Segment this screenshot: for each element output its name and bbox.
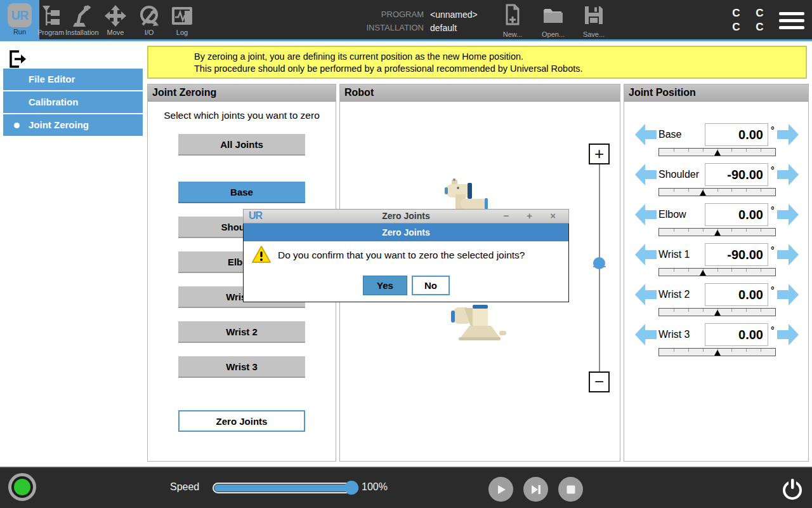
robot-status-light[interactable] — [8, 473, 36, 501]
joint-value-field[interactable]: -90.00 — [705, 243, 768, 266]
hamburger-menu-icon[interactable] — [779, 12, 804, 33]
joint-value-field[interactable]: 0.00 — [705, 283, 768, 306]
joint-position-slider[interactable] — [658, 148, 776, 156]
left-arrow-icon — [635, 163, 657, 186]
joint-position-slider[interactable] — [658, 268, 776, 276]
joint-name: Shoulder — [658, 163, 699, 186]
joint-button-wrist-2[interactable]: Wrist 2 — [178, 321, 305, 343]
power-button[interactable] — [781, 477, 804, 501]
play-button[interactable] — [488, 477, 513, 502]
right-arrow-icon — [777, 283, 799, 306]
joint-decrease-arrow[interactable] — [635, 163, 657, 186]
joint-row-base: Base0.00° — [624, 123, 809, 161]
joint-decrease-arrow[interactable] — [635, 243, 657, 266]
joint-decrease-arrow[interactable] — [635, 323, 657, 346]
zoom-out-button[interactable]: − — [589, 371, 610, 392]
joint-increase-arrow[interactable] — [777, 243, 799, 266]
tab-installation[interactable]: Installation — [65, 0, 98, 39]
tab-program[interactable]: Program — [34, 0, 67, 39]
warning-icon — [251, 245, 272, 264]
joint-name: Wrist 2 — [658, 283, 690, 306]
no-button[interactable]: No — [412, 276, 450, 295]
right-arrow-icon — [777, 163, 799, 186]
open-button[interactable]: Open... — [533, 4, 573, 38]
degree-symbol: ° — [771, 165, 775, 175]
joint-decrease-arrow[interactable] — [635, 203, 657, 226]
joint-value-field[interactable]: -90.00 — [705, 163, 768, 186]
joint-increase-arrow[interactable] — [777, 283, 799, 306]
zoom-slider-handle[interactable] — [593, 257, 605, 269]
joint-zeroing-panel-title: Joint Zeroing — [148, 84, 336, 102]
sidebar-item-file-editor[interactable]: File Editor — [3, 69, 143, 90]
tab-move[interactable]: Move — [99, 0, 132, 39]
joint-button-wrist-3[interactable]: Wrist 3 — [178, 356, 305, 378]
speed-slider[interactable] — [213, 483, 358, 493]
joint-position-marker — [714, 310, 721, 316]
joint-position-slider[interactable] — [658, 348, 776, 356]
exit-icon[interactable] — [8, 50, 27, 69]
joint-decrease-arrow[interactable] — [635, 123, 657, 146]
zoom-in-button[interactable]: + — [589, 144, 610, 164]
program-icon — [40, 4, 62, 28]
joint-row-elbow: Elbow0.00° — [624, 203, 809, 241]
banner-line-2: This procedure should only be performed … — [194, 63, 806, 75]
joint-row-wrist-3: Wrist 30.00° — [624, 323, 809, 361]
bottom-bar: Speed 100% — [0, 467, 812, 508]
save-button[interactable]: Save... — [573, 4, 614, 38]
joint-button-base[interactable]: Base — [178, 182, 305, 203]
sidebar-item-joint-zeroing[interactable]: Joint Zeroing — [3, 114, 143, 136]
joint-position-slider[interactable] — [658, 188, 776, 196]
move-icon — [104, 4, 127, 28]
joint-increase-arrow[interactable] — [777, 123, 799, 146]
new-button[interactable]: New... — [492, 4, 533, 38]
tab-io[interactable]: I/O — [133, 0, 166, 39]
joint-increase-arrow[interactable] — [777, 163, 799, 186]
joint-row-shoulder: Shoulder-90.00° — [624, 163, 809, 201]
joint-position-marker — [700, 190, 706, 196]
degree-symbol: ° — [771, 245, 775, 255]
left-sidebar: File Editor Calibration Joint Zeroing — [0, 43, 143, 467]
ur-logo-icon: UR — [8, 3, 32, 27]
degree-symbol: ° — [771, 205, 775, 215]
new-file-icon — [503, 4, 522, 27]
joint-value-field[interactable]: 0.00 — [705, 123, 768, 146]
left-arrow-icon — [635, 323, 657, 346]
left-arrow-icon — [635, 123, 657, 146]
joint-position-marker — [714, 150, 721, 156]
program-label: PROGRAM — [330, 10, 424, 19]
io-icon — [138, 4, 160, 28]
joint-decrease-arrow[interactable] — [635, 283, 657, 306]
log-icon — [171, 4, 193, 28]
joint-name: Base — [658, 123, 681, 146]
dialog-title-bar[interactable]: UR Zero Joints − + × — [243, 209, 569, 224]
tab-log[interactable]: Log — [166, 0, 199, 39]
joint-value-field[interactable]: 0.00 — [705, 323, 768, 346]
joint-position-slider[interactable] — [658, 228, 776, 236]
left-arrow-icon — [635, 283, 657, 306]
play-icon — [495, 484, 507, 495]
joint-increase-arrow[interactable] — [777, 323, 799, 346]
yes-button[interactable]: Yes — [363, 276, 407, 295]
tab-installation-label: Installation — [65, 29, 98, 36]
joint-position-panel: Joint Position Base0.00° Shoulder-90.00°… — [624, 84, 809, 462]
left-arrow-icon — [635, 203, 657, 226]
joint-zeroing-instruction: Select which joints you want to zero — [148, 110, 336, 121]
zero-joints-button[interactable]: Zero Joints — [178, 410, 305, 432]
speed-value: 100% — [362, 481, 388, 493]
stop-button[interactable] — [558, 477, 583, 502]
dialog-window-buttons[interactable]: − + × — [503, 210, 563, 221]
warning-banner: By zeroing a joint, you are defining its… — [147, 46, 807, 79]
joint-increase-arrow[interactable] — [777, 203, 799, 226]
degree-symbol: ° — [771, 325, 775, 335]
top-bar: UR Run Program Installation Move — [0, 0, 812, 41]
joint-button-all-joints[interactable]: All Joints — [178, 134, 305, 156]
tab-run[interactable]: UR Run — [0, 0, 39, 39]
step-button[interactable] — [523, 477, 548, 502]
joint-value-field[interactable]: 0.00 — [705, 203, 768, 226]
speed-slider-thumb[interactable] — [344, 481, 358, 495]
banner-line-1: By zeroing a joint, you are defining its… — [194, 51, 806, 63]
joint-row-wrist-1: Wrist 1-90.00° — [624, 243, 809, 281]
degree-symbol: ° — [771, 125, 775, 135]
sidebar-item-calibration[interactable]: Calibration — [3, 91, 143, 113]
joint-position-slider[interactable] — [658, 308, 776, 316]
